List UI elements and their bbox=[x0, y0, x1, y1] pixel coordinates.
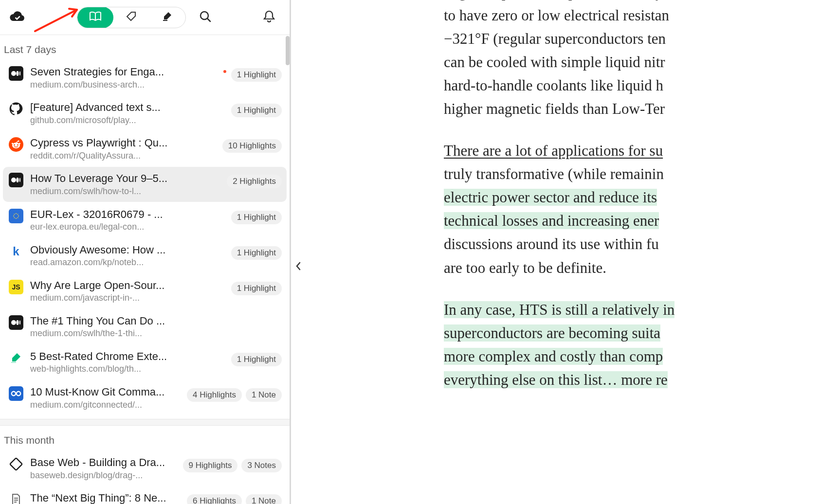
list-item-title: How To Leverage Your 9–5... bbox=[30, 172, 176, 185]
list-item[interactable]: [Feature] Advanced text s...github.com/m… bbox=[3, 96, 287, 130]
svg-point-13 bbox=[16, 178, 18, 182]
count-badge: 1 Highlight bbox=[231, 353, 282, 366]
medium-icon bbox=[9, 173, 23, 187]
list-item[interactable]: 10 Must-Know Git Comma...medium.com/gitc… bbox=[3, 380, 287, 415]
list-item-badges: 2 Highlights bbox=[227, 175, 282, 188]
list-item-title: Base Web - Building a Dra... bbox=[30, 456, 176, 469]
list-item[interactable]: How To Leverage Your 9–5...medium.com/sw… bbox=[3, 167, 287, 201]
article-highlight[interactable]: everything else on this list… more re bbox=[444, 371, 668, 388]
svg-point-10 bbox=[19, 143, 20, 144]
list-item[interactable]: The #1 Thing You Can Do ...medium.com/sw… bbox=[3, 309, 287, 344]
svg-point-29 bbox=[17, 392, 20, 396]
list-item-badges: 1 Highlight bbox=[231, 211, 282, 224]
highlighter-icon bbox=[162, 11, 173, 24]
count-badge: 1 Highlight bbox=[231, 282, 282, 295]
eu-flag-icon bbox=[9, 209, 23, 223]
gitconnected-icon bbox=[9, 386, 23, 401]
sync-status-button[interactable] bbox=[7, 9, 28, 26]
article-highlight[interactable]: In any case, HTS is still a relatively i… bbox=[444, 301, 674, 318]
section-divider bbox=[0, 419, 290, 426]
list-item[interactable]: Base Web - Building a Dra...baseweb.desi… bbox=[3, 451, 287, 486]
svg-point-17 bbox=[16, 218, 17, 219]
count-badge: 6 Highlights bbox=[187, 494, 242, 504]
article-link[interactable]: There are a lot of applications for su bbox=[444, 142, 663, 159]
view-mode-segmented bbox=[77, 7, 186, 28]
collapse-sidebar-button[interactable] bbox=[290, 253, 307, 280]
svg-point-6 bbox=[12, 143, 20, 148]
count-badge: 1 Note bbox=[246, 388, 282, 402]
chevron-left-icon bbox=[295, 261, 302, 272]
svg-point-14 bbox=[19, 178, 20, 182]
svg-point-12 bbox=[11, 178, 16, 182]
list-item-title: Seven Strategies for Enga... bbox=[30, 65, 176, 79]
article-text: hard-to-handle coolants like liquid h bbox=[444, 77, 663, 94]
view-mode-tags[interactable] bbox=[113, 7, 149, 28]
svg-point-26 bbox=[19, 320, 20, 324]
medium-icon bbox=[9, 66, 23, 81]
search-icon bbox=[199, 10, 212, 24]
section-header: This month bbox=[0, 426, 290, 450]
svg-rect-27 bbox=[11, 362, 16, 363]
app-root: Last 7 daysSeven Strategies for Enga...m… bbox=[0, 0, 838, 504]
svg-point-19 bbox=[18, 216, 19, 216]
svg-point-18 bbox=[13, 216, 14, 216]
medium-icon bbox=[9, 315, 23, 330]
list-item-title: 10 Must-Know Git Comma... bbox=[30, 385, 176, 399]
count-badge: 1 Note bbox=[246, 494, 282, 504]
list-item-title: Obviously Awesome: How ... bbox=[30, 243, 176, 257]
pages-list[interactable]: Last 7 daysSeven Strategies for Enga...m… bbox=[0, 35, 290, 504]
list-item-title: [Feature] Advanced text s... bbox=[30, 101, 176, 114]
list-item-main: The #1 Thing You Can Do ...medium.com/sw… bbox=[30, 314, 282, 339]
list-item-url: github.com/microsoft/play... bbox=[30, 115, 147, 126]
list-item[interactable]: EUR-Lex - 32016R0679 - ...eur-lex.europa… bbox=[3, 203, 287, 237]
list-item[interactable]: kObviously Awesome: How ...read.amazon.c… bbox=[3, 238, 287, 273]
article-text: truly transformative (while remainin bbox=[444, 165, 664, 182]
list-item-badges: 9 Highlights3 Notes bbox=[183, 459, 282, 472]
count-badge: 4 Highlights bbox=[187, 388, 242, 402]
baseweb-icon bbox=[9, 457, 23, 471]
list-item[interactable]: JSWhy Are Large Open-Sour...medium.com/j… bbox=[3, 274, 287, 308]
highlighter-app-icon bbox=[9, 351, 23, 365]
svg-point-7 bbox=[14, 144, 15, 146]
view-mode-highlights[interactable] bbox=[149, 7, 185, 28]
article-text: to have zero or low electrical resistan bbox=[444, 7, 669, 24]
book-open-icon bbox=[89, 11, 102, 23]
svg-point-25 bbox=[16, 320, 18, 325]
svg-point-23 bbox=[18, 217, 18, 218]
list-item-title: 5 Best-Rated Chrome Exte... bbox=[30, 350, 176, 363]
list-item-badges: 10 Highlights bbox=[222, 139, 282, 153]
section-header: Last 7 days bbox=[0, 35, 290, 59]
kindle-icon: k bbox=[9, 244, 23, 259]
article-highlight[interactable]: more complex and costly than comp bbox=[444, 348, 663, 365]
list-item-main: [Feature] Advanced text s...github.com/m… bbox=[30, 101, 231, 126]
svg-rect-30 bbox=[10, 458, 22, 470]
article-pane[interactable]: High-temperature superconductivity to ha… bbox=[291, 0, 838, 504]
list-item-badges: 1 Highlight bbox=[231, 246, 282, 260]
tag-icon bbox=[126, 11, 137, 24]
search-button[interactable] bbox=[195, 7, 216, 28]
article-highlight[interactable]: electric power sector and reduce its bbox=[444, 189, 657, 206]
list-item[interactable]: Cypress vs Playwright : Qu...reddit.com/… bbox=[3, 131, 287, 166]
svg-point-4 bbox=[16, 71, 18, 76]
list-item[interactable]: 5 Best-Rated Chrome Exte...web-highlight… bbox=[3, 345, 287, 379]
view-mode-pages[interactable] bbox=[77, 7, 113, 28]
svg-point-9 bbox=[12, 143, 13, 144]
list-item-url: read.amazon.com/kp/noteb... bbox=[30, 257, 147, 268]
js-icon: JS bbox=[9, 280, 23, 294]
article-highlight[interactable]: superconductors are becoming suita bbox=[444, 324, 660, 342]
list-item[interactable]: Seven Strategies for Enga...medium.com/b… bbox=[3, 60, 287, 95]
list-item-url: medium.com/swlh/how-to-l... bbox=[30, 186, 147, 197]
unread-dot bbox=[223, 70, 226, 73]
count-badge: 9 Highlights bbox=[183, 459, 238, 472]
svg-rect-0 bbox=[163, 20, 167, 21]
list-item-badges: 1 Highlight bbox=[231, 104, 282, 117]
svg-point-24 bbox=[11, 320, 16, 325]
article-highlight[interactable]: technical losses and increasing ener bbox=[444, 212, 659, 229]
list-item-main: Cypress vs Playwright : Qu...reddit.com/… bbox=[30, 136, 222, 161]
list-item-badges: 1 Highlight bbox=[231, 282, 282, 295]
list-item[interactable]: The “Next Big Thing”: 8 Ne...medium.data… bbox=[3, 486, 287, 504]
list-item-title: The #1 Thing You Can Do ... bbox=[30, 314, 176, 328]
notifications-button[interactable] bbox=[258, 7, 280, 28]
cloud-check-icon bbox=[9, 11, 26, 24]
count-badge: 1 Highlight bbox=[231, 211, 282, 224]
